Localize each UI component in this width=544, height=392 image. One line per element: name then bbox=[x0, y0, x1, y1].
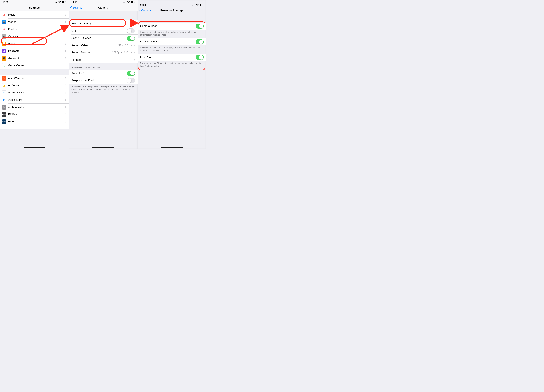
back-button[interactable]: Settings bbox=[70, 4, 82, 11]
camera-row-record-slo-mo[interactable]: Record Slo-mo1080p at 240 fps bbox=[69, 49, 137, 56]
row-label: Keep Normal Photo bbox=[69, 79, 127, 82]
settings-row-videos[interactable]: 🎬Videos bbox=[0, 18, 69, 26]
app-icon: ☀ bbox=[2, 76, 6, 81]
status-bar: 10:59 bbox=[137, 3, 206, 7]
back-label: Camera bbox=[141, 9, 151, 12]
settings-row-game-center[interactable]: ◒Game Center bbox=[0, 62, 69, 69]
battery-icon bbox=[200, 4, 204, 6]
chevron-right-icon bbox=[65, 121, 66, 123]
back-button[interactable]: Camera bbox=[139, 7, 151, 14]
row-label: Record Slo-mo bbox=[69, 51, 112, 54]
toggle-switch[interactable] bbox=[127, 36, 135, 41]
app-icon: 🎓 bbox=[2, 56, 6, 61]
toggle-switch[interactable] bbox=[195, 55, 204, 60]
row-label: Music bbox=[8, 13, 65, 17]
page-title: Camera bbox=[98, 6, 108, 9]
settings-row-authenticator[interactable]: ✳Authenticator bbox=[0, 104, 69, 111]
settings-row-music[interactable]: ♫Music bbox=[0, 11, 69, 18]
preserve-row-live-photo[interactable]: Live Photo bbox=[137, 54, 206, 61]
svg-rect-7 bbox=[123, 2, 124, 3]
status-time: 10:58 bbox=[71, 1, 77, 3]
row-label: BT Pay bbox=[8, 113, 65, 116]
settings-row-podcasts[interactable]: ◉Podcasts bbox=[0, 47, 69, 55]
cellular-icon bbox=[55, 1, 58, 3]
camera-row-scan-qr-codes[interactable]: Scan QR Codes bbox=[69, 35, 137, 42]
chevron-right-icon bbox=[134, 52, 135, 54]
settings-row-camera[interactable]: 📷Camera bbox=[0, 33, 69, 40]
svg-rect-8 bbox=[124, 2, 125, 3]
app-icon: ▉ bbox=[2, 41, 6, 46]
settings-row-apple-store[interactable]: 🛍Apple Store bbox=[0, 96, 69, 104]
hdr-row-keep-normal-photo[interactable]: Keep Normal Photo bbox=[69, 77, 137, 84]
app-icon: BTPay bbox=[2, 112, 6, 117]
settings-row-bt-pay[interactable]: BTPayBT Pay bbox=[0, 111, 69, 118]
app-icon: ◢ bbox=[2, 83, 6, 88]
list-peek bbox=[0, 125, 69, 129]
home-indicator[interactable] bbox=[92, 147, 114, 148]
svg-rect-10 bbox=[126, 1, 126, 3]
row-label: Podcasts bbox=[8, 49, 65, 53]
toggle-switch[interactable] bbox=[127, 71, 135, 76]
svg-rect-9 bbox=[125, 2, 125, 3]
home-indicator[interactable] bbox=[161, 147, 183, 148]
preserve-row-filter-lighting[interactable]: Filter & Lighting bbox=[137, 38, 206, 45]
hdr-row-auto-hdr[interactable]: Auto HDR bbox=[69, 70, 137, 77]
toggle-switch[interactable] bbox=[127, 29, 135, 34]
status-bar: 10:58 bbox=[69, 0, 137, 4]
camera-row-grid[interactable]: Grid bbox=[69, 27, 137, 35]
toggle-switch[interactable] bbox=[127, 78, 135, 83]
chevron-right-icon bbox=[65, 21, 66, 23]
camera-row-record-video[interactable]: Record Video4K at 60 fps bbox=[69, 42, 137, 49]
settings-row-accuweather[interactable]: ☀AccuWeather bbox=[0, 75, 69, 82]
status-time: 10:59 bbox=[140, 4, 146, 6]
settings-row-itunes-u[interactable]: 🎓iTunes U bbox=[0, 55, 69, 62]
row-label: Camera bbox=[8, 35, 65, 38]
toggle-switch[interactable] bbox=[195, 39, 204, 44]
chevron-right-icon bbox=[65, 92, 66, 94]
svg-rect-6 bbox=[62, 1, 64, 3]
group-header-hdr: HDR (HIGH DYNAMIC RANGE) bbox=[69, 63, 137, 70]
app-icon: ⌔ bbox=[2, 90, 6, 95]
svg-rect-14 bbox=[192, 5, 193, 6]
chevron-right-icon bbox=[134, 44, 135, 46]
app-icon: 🎬 bbox=[2, 20, 6, 24]
svg-rect-1 bbox=[55, 2, 56, 3]
preserve-row-camera-mode[interactable]: Camera Mode bbox=[137, 23, 206, 30]
row-label: BT24 bbox=[8, 120, 65, 123]
svg-rect-19 bbox=[203, 5, 204, 6]
svg-rect-15 bbox=[193, 5, 193, 6]
camera-row-formats[interactable]: Formats bbox=[69, 56, 137, 63]
home-indicator[interactable] bbox=[24, 147, 45, 148]
settings-row-bt24[interactable]: BT 24BT24 bbox=[0, 118, 69, 125]
page-title: Preserve Settings bbox=[160, 9, 183, 12]
row-label: AirPort Utility bbox=[8, 91, 65, 94]
status-bar: 10:59 bbox=[0, 0, 69, 4]
app-icon: ✿ bbox=[2, 27, 6, 32]
svg-rect-2 bbox=[56, 2, 57, 3]
navbar-preserve: Camera Preserve Settings bbox=[137, 7, 206, 14]
svg-rect-16 bbox=[194, 5, 194, 6]
battery-icon bbox=[131, 1, 135, 3]
toggle-switch[interactable] bbox=[195, 24, 204, 29]
chevron-right-icon bbox=[65, 35, 66, 38]
settings-row-adsense[interactable]: ◢AdSense bbox=[0, 82, 69, 89]
settings-row-photos[interactable]: ✿Photos bbox=[0, 26, 69, 33]
row-label: Scan QR Codes bbox=[69, 36, 127, 40]
chevron-right-icon bbox=[65, 50, 66, 52]
settings-row-ibooks[interactable]: ▉iBooks bbox=[0, 40, 69, 47]
row-label: Record Video bbox=[69, 44, 118, 47]
svg-rect-20 bbox=[200, 4, 201, 6]
row-footer: Preserve the last used filter or light, … bbox=[137, 45, 206, 54]
row-value: 1080p at 240 fps bbox=[112, 51, 132, 54]
chevron-left-icon bbox=[70, 6, 72, 9]
group-footer-hdr: HDR blends the best parts of three separ… bbox=[69, 84, 137, 95]
chevron-right-icon bbox=[134, 23, 135, 25]
chevron-right-icon bbox=[65, 43, 66, 45]
svg-rect-0 bbox=[55, 2, 55, 3]
row-label: Apple Store bbox=[8, 98, 65, 102]
camera-row-preserve-settings[interactable]: Preserve Settings bbox=[69, 20, 137, 27]
row-label: Game Center bbox=[8, 64, 65, 67]
settings-row-airport-utility[interactable]: ⌔AirPort Utility bbox=[0, 89, 69, 96]
row-label: Preserve Settings bbox=[69, 22, 134, 25]
status-icons bbox=[123, 1, 135, 3]
